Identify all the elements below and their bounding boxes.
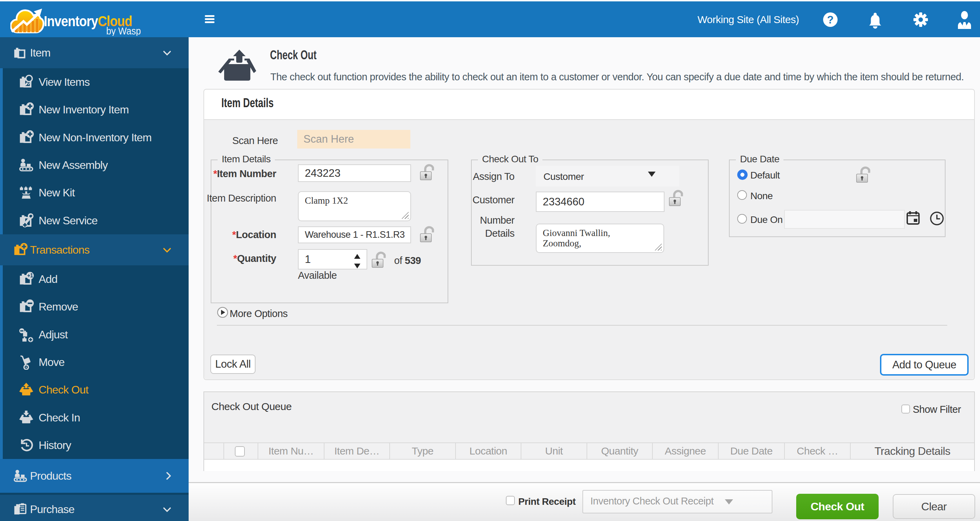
svg-text:?: ? bbox=[827, 14, 834, 26]
svg-text:by Wasp: by Wasp bbox=[106, 25, 141, 36]
